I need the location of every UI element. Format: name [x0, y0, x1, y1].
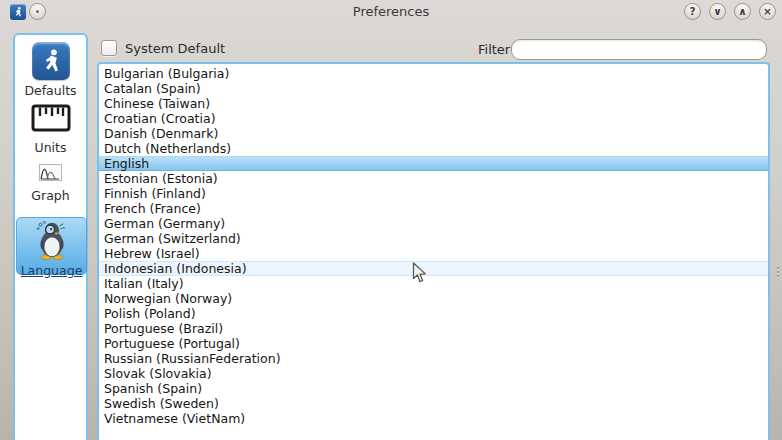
- language-list-item-label: German (Germany): [104, 216, 225, 231]
- language-list-item[interactable]: Italian (Italy): [99, 276, 768, 291]
- language-list-item-label: Croatian (Croatia): [104, 111, 216, 126]
- language-list-item-label: Bulgarian (Bulgaria): [104, 66, 229, 81]
- language-list-item-label: Vietnamese (VietNam): [104, 411, 245, 426]
- language-list-item[interactable]: Dutch (Netherlands): [99, 141, 768, 156]
- language-list-item-label: Dutch (Netherlands): [104, 141, 231, 156]
- graph-icon: [15, 164, 86, 181]
- sidebar-item-label: Defaults: [15, 83, 86, 98]
- sidebar-item-label: Units: [15, 140, 86, 155]
- language-list-item[interactable]: Spanish (Spain): [99, 381, 768, 396]
- window-title: Preferences: [0, 4, 782, 19]
- language-list-item-label: Slovak (Slovakia): [104, 366, 212, 381]
- window-grip-icon[interactable]: [777, 265, 779, 279]
- language-list-item[interactable]: Danish (Denmark): [99, 126, 768, 141]
- sidebar-item-label: Language: [17, 263, 86, 278]
- language-list-item[interactable]: German (Germany): [99, 216, 768, 231]
- close-button[interactable]: ×: [759, 3, 776, 20]
- language-list-item[interactable]: Portuguese (Portugal): [99, 336, 768, 351]
- language-list-item-label: Danish (Denmark): [104, 126, 218, 141]
- language-list-item-label: Portuguese (Portugal): [104, 336, 240, 351]
- language-list-item[interactable]: Bulgarian (Bulgaria): [99, 66, 768, 81]
- language-list-item[interactable]: Slovak (Slovakia): [99, 366, 768, 381]
- language-list-item-label: Russian (RussianFederation): [104, 351, 281, 366]
- language-list-item-label: Spanish (Spain): [104, 381, 202, 396]
- language-list-item-label: Portuguese (Brazil): [104, 321, 223, 336]
- sidebar-item-graph[interactable]: Graph: [15, 164, 86, 203]
- language-list-item-label: Italian (Italy): [104, 276, 184, 291]
- language-list-item-label: Estonian (Estonia): [104, 171, 218, 186]
- sidebar-item-defaults[interactable]: Defaults: [15, 42, 86, 98]
- language-list-item[interactable]: English: [99, 156, 768, 171]
- language-list-item-label: English: [104, 156, 149, 171]
- language-list-item-label: Catalan (Spain): [104, 81, 201, 96]
- language-list-item[interactable]: Portuguese (Brazil): [99, 321, 768, 336]
- language-list-item-label: Polish (Poland): [104, 306, 196, 321]
- maximize-button[interactable]: ∧: [734, 3, 751, 20]
- language-list-item[interactable]: Catalan (Spain): [99, 81, 768, 96]
- preferences-window: Preferences ? ∨ ∧ × Defaults: [0, 0, 782, 440]
- language-list-item[interactable]: Hebrew (Israel): [99, 246, 768, 261]
- help-button[interactable]: ?: [684, 3, 701, 20]
- filter-input[interactable]: [511, 39, 767, 60]
- language-list-item[interactable]: Estonian (Estonia): [99, 171, 768, 186]
- language-list-item[interactable]: German (Switzerland): [99, 231, 768, 246]
- language-list-item-label: Norwegian (Norway): [104, 291, 232, 306]
- sidebar-item-label: Graph: [15, 188, 86, 203]
- language-list-item[interactable]: Croatian (Croatia): [99, 111, 768, 126]
- titlebar[interactable]: Preferences ? ∨ ∧ ×: [0, 0, 782, 24]
- preferences-sidebar: Defaults Units: [13, 33, 88, 440]
- checkbox-label: System Default: [125, 41, 225, 56]
- language-list-item-label: French (France): [104, 201, 201, 216]
- ruler-icon: [15, 104, 86, 132]
- language-list-item-label: Finnish (Finland): [104, 186, 206, 201]
- language-list-item[interactable]: Swedish (Sweden): [99, 396, 768, 411]
- sidebar-item-units[interactable]: Units: [15, 104, 86, 155]
- language-list-item-label: German (Switzerland): [104, 231, 241, 246]
- diver-icon: [32, 42, 70, 80]
- language-list-item[interactable]: Finnish (Finland): [99, 186, 768, 201]
- sidebar-item-language[interactable]: Language: [16, 217, 87, 275]
- system-default-checkbox[interactable]: System Default: [101, 40, 225, 56]
- shade-button[interactable]: ∨: [709, 3, 726, 20]
- filter-label: Filter: [478, 42, 510, 57]
- language-list-item[interactable]: Polish (Poland): [99, 306, 768, 321]
- penguin-icon: [33, 248, 71, 263]
- language-list-item-label: Chinese (Taiwan): [104, 96, 210, 111]
- language-list-item[interactable]: Chinese (Taiwan): [99, 96, 768, 111]
- language-list-item[interactable]: Norwegian (Norway): [99, 291, 768, 306]
- language-list-item-label: Hebrew (Israel): [104, 246, 200, 261]
- language-list-item[interactable]: Indonesian (Indonesia): [99, 261, 768, 276]
- checkbox-box-icon[interactable]: [101, 40, 117, 56]
- language-list-item[interactable]: Russian (RussianFederation): [99, 351, 768, 366]
- language-list-item[interactable]: French (France): [99, 201, 768, 216]
- language-list-item-label: Swedish (Sweden): [104, 396, 219, 411]
- language-list[interactable]: Bulgarian (Bulgaria) Catalan (Spain) Chi…: [97, 62, 770, 440]
- language-list-item-label: Indonesian (Indonesia): [104, 261, 247, 276]
- language-list-item[interactable]: Vietnamese (VietNam): [99, 411, 768, 426]
